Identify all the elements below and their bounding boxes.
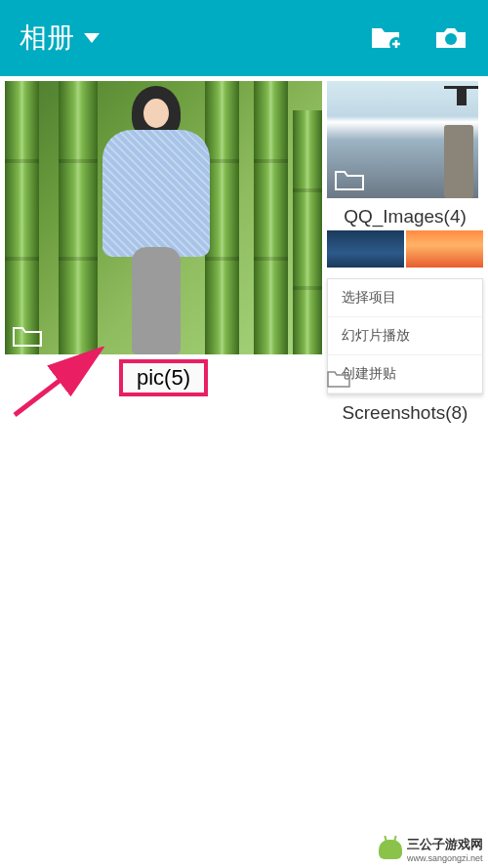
album-pic[interactable] (5, 81, 322, 354)
watermark: 三公子游戏网 www.sangongzi.net (379, 835, 483, 863)
app-header: 相册 (0, 0, 488, 76)
album-pic-label: pic(5) (119, 359, 208, 396)
new-folder-button[interactable] (369, 21, 404, 56)
header-actions (369, 21, 468, 56)
chevron-down-icon (84, 33, 100, 43)
menu-create-collage[interactable]: 创建拼贴 (328, 355, 482, 393)
camera-icon (434, 24, 468, 52)
svg-point-1 (445, 33, 457, 45)
title-dropdown[interactable]: 相册 (20, 20, 100, 57)
folder-icon (335, 169, 364, 190)
album-label-highlighted: pic(5) (5, 359, 322, 396)
context-menu: 选择项目 幻灯片播放 创建拼贴 (327, 278, 483, 394)
watermark-url: www.sangongzi.net (407, 853, 483, 863)
left-column: pic(5) (5, 81, 322, 424)
album-qq-label: QQ_Images(4) (327, 206, 483, 227)
right-column: QQ_Images(4) 选择项目 幻灯片播放 创建拼贴 Screenshots… (327, 81, 483, 424)
menu-select-items[interactable]: 选择项目 (328, 279, 482, 317)
page-title: 相册 (20, 20, 74, 57)
folder-plus-icon (370, 24, 403, 52)
folder-icon (13, 325, 42, 347)
android-icon (379, 840, 402, 859)
menu-slideshow[interactable]: 幻灯片播放 (328, 317, 482, 355)
camera-button[interactable] (433, 21, 468, 56)
album-screenshots-label: Screenshots(8) (327, 402, 483, 424)
watermark-name: 三公子游戏网 (407, 837, 483, 851)
album-screenshots[interactable] (327, 230, 483, 268)
album-qq-images[interactable] (327, 81, 478, 198)
folder-icon (327, 370, 350, 388)
album-grid: pic(5) QQ_Images(4) 选择项目 幻灯片播放 (0, 76, 488, 429)
